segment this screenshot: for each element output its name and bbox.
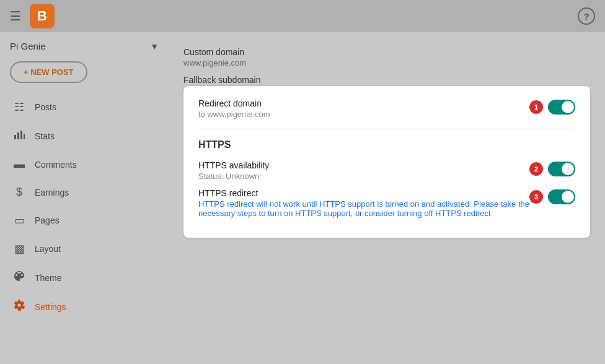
redirect-domain-actions: 1 — [529, 98, 575, 115]
custom-domain-label: Custom domain — [183, 47, 590, 57]
redirect-domain-title: Redirect domain — [198, 98, 270, 108]
https-availability-badge: 2 — [529, 162, 543, 176]
redirect-domain-toggle-track — [548, 100, 575, 115]
sidebar: Pi Genie ▼ + NEW POST ☷ Posts Stats ▬ Co… — [0, 32, 169, 364]
svg-rect-1 — [17, 132, 19, 139]
https-redirect-toggle-thumb — [562, 191, 574, 203]
https-availability-actions: 2 — [529, 160, 575, 176]
svg-rect-0 — [14, 135, 16, 139]
redirect-domain-text: Redirect domain to www.pigenie.com — [198, 98, 270, 119]
sidebar-label-theme: Theme — [35, 273, 62, 283]
https-redirect-toggle[interactable] — [548, 189, 575, 204]
fallback-subdomain-label: Fallback subdomain — [183, 75, 590, 85]
blog-selector[interactable]: Pi Genie ▼ — [0, 32, 169, 56]
top-bar-left: ☰ B — [10, 4, 55, 28]
https-section-title: HTTPS — [198, 139, 575, 150]
sidebar-item-pages[interactable]: ▭ Pages — [0, 206, 164, 235]
layout-icon: ▩ — [12, 242, 26, 256]
redirect-domain-subtitle: to www.pigenie.com — [198, 110, 270, 119]
https-availability-subtitle: Status: Unknown — [198, 171, 269, 181]
blogger-logo: B — [30, 4, 55, 28]
settings-card: Redirect domain to www.pigenie.com 1 — [183, 86, 590, 238]
sidebar-item-settings[interactable]: Settings — [0, 292, 164, 321]
svg-rect-3 — [24, 134, 25, 139]
settings-bg: Custom domain www.pigenie.com Fallback s… — [169, 32, 605, 248]
sidebar-label-layout: Layout — [35, 244, 61, 254]
https-redirect-actions: 3 — [529, 188, 575, 204]
comments-icon: ▬ — [12, 158, 26, 171]
https-redirect-title: HTTPS redirect — [198, 188, 529, 198]
sidebar-label-posts: Posts — [35, 102, 56, 112]
blog-name: Pi Genie — [10, 41, 46, 51]
https-redirect-text: HTTPS redirect HTTPS redirect will not w… — [198, 188, 529, 218]
https-availability-toggle-thumb — [562, 163, 574, 175]
https-availability-row: HTTPS availability Status: Unknown 2 — [198, 160, 575, 181]
sidebar-label-stats: Stats — [35, 131, 55, 141]
theme-icon — [12, 271, 26, 285]
sidebar-label-comments: Comments — [35, 160, 77, 170]
top-bar: ☰ B ? — [0, 0, 605, 32]
https-redirect-subtitle: HTTPS redirect will not work until HTTPS… — [198, 199, 529, 218]
pages-icon: ▭ — [12, 214, 26, 227]
divider-1 — [198, 129, 575, 129]
settings-icon — [12, 300, 26, 314]
sidebar-item-theme[interactable]: Theme — [0, 263, 164, 292]
redirect-domain-toggle-thumb — [562, 101, 574, 113]
redirect-domain-badge: 1 — [529, 100, 543, 114]
sidebar-label-settings: Settings — [35, 302, 66, 312]
https-section: HTTPS HTTPS availability Status: Unknown… — [198, 139, 575, 218]
sidebar-label-earnings: Earnings — [35, 188, 69, 197]
redirect-domain-row: Redirect domain to www.pigenie.com 1 — [198, 98, 575, 119]
new-post-button[interactable]: + NEW POST — [10, 61, 87, 83]
blogger-logo-letter: B — [37, 8, 47, 24]
custom-domain-value: www.pigenie.com — [183, 58, 590, 67]
https-redirect-row: HTTPS redirect HTTPS redirect will not w… — [198, 188, 575, 218]
https-availability-text: HTTPS availability Status: Unknown — [198, 160, 269, 181]
sidebar-item-comments[interactable]: ▬ Comments — [0, 150, 164, 178]
https-redirect-toggle-track — [548, 189, 575, 204]
https-availability-toggle[interactable] — [548, 162, 575, 176]
chevron-down-icon: ▼ — [150, 41, 159, 51]
svg-rect-2 — [20, 131, 22, 139]
hamburger-icon[interactable]: ☰ — [10, 9, 21, 24]
stats-icon — [12, 129, 26, 143]
https-availability-toggle-track — [548, 162, 575, 176]
sidebar-item-posts[interactable]: ☷ Posts — [0, 93, 164, 121]
https-availability-title: HTTPS availability — [198, 160, 269, 170]
sidebar-label-pages: Pages — [35, 215, 60, 225]
main-layout: Pi Genie ▼ + NEW POST ☷ Posts Stats ▬ Co… — [0, 32, 605, 364]
posts-icon: ☷ — [12, 100, 26, 114]
https-redirect-badge: 3 — [529, 190, 543, 204]
help-icon[interactable]: ? — [578, 7, 595, 25]
earnings-icon: $ — [12, 186, 26, 199]
redirect-domain-toggle[interactable] — [548, 100, 575, 115]
domain-section: Custom domain www.pigenie.com Fallback s… — [183, 42, 590, 85]
sidebar-item-layout[interactable]: ▩ Layout — [0, 235, 164, 263]
content-area: Custom domain www.pigenie.com Fallback s… — [169, 32, 605, 364]
sidebar-item-stats[interactable]: Stats — [0, 121, 164, 150]
sidebar-item-earnings[interactable]: $ Earnings — [0, 178, 164, 206]
